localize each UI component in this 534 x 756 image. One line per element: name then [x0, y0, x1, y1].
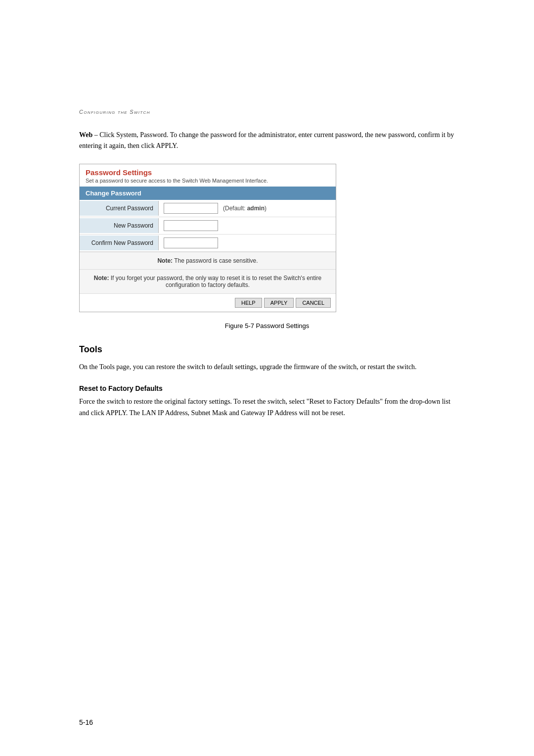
- change-password-header: Change Password: [80, 187, 336, 200]
- settings-box-header: Password Settings Set a password to secu…: [80, 164, 336, 187]
- new-password-input[interactable]: [164, 220, 218, 231]
- new-password-input-cell: [159, 217, 336, 234]
- tools-section-title: Tools: [79, 344, 455, 355]
- current-password-label: Current Password: [80, 201, 159, 216]
- confirm-password-input[interactable]: [164, 237, 218, 248]
- note1-text: The password is case sensitive.: [173, 257, 258, 264]
- intro-text: – Click System, Password. To change the …: [79, 131, 454, 149]
- confirm-password-input-cell: [159, 235, 336, 251]
- help-button[interactable]: HELP: [235, 298, 262, 308]
- tools-section: Tools On the Tools page, you can restore…: [79, 344, 455, 419]
- password-settings-box: Password Settings Set a password to secu…: [79, 164, 336, 312]
- reset-subsection-title: Reset to Factory Defaults: [79, 384, 455, 392]
- reset-subsection-body: Force the switch to restore the original…: [79, 396, 455, 419]
- button-row: HELP APPLY CANCEL: [80, 293, 336, 312]
- note2-label: Note:: [94, 275, 109, 282]
- note2-text: If you forget your password, the only wa…: [109, 275, 321, 288]
- current-password-input-cell: (Default: admin): [159, 200, 336, 217]
- current-password-hint: (Default: admin): [223, 205, 267, 212]
- reset-subsection: Reset to Factory Defaults Force the swit…: [79, 384, 455, 419]
- settings-box-title: Password Settings: [86, 168, 330, 177]
- figure-caption: Figure 5-7 Password Settings: [79, 322, 455, 330]
- apply-button[interactable]: APPLY: [264, 298, 294, 308]
- note1-label: Note:: [157, 257, 173, 264]
- confirm-password-row: Confirm New Password: [80, 235, 336, 252]
- new-password-row: New Password: [80, 217, 336, 235]
- new-password-label: New Password: [80, 218, 159, 233]
- settings-box-subtitle: Set a password to secure access to the S…: [86, 178, 330, 184]
- cancel-button[interactable]: CANCEL: [296, 298, 331, 308]
- intro-paragraph: Web – Click System, Password. To change …: [79, 130, 455, 152]
- page-header: Configuring the Switch: [79, 109, 455, 115]
- note2-row: Note: If you forget your password, the o…: [80, 269, 336, 293]
- intro-bold: Web: [79, 131, 92, 139]
- current-password-input[interactable]: [164, 203, 218, 214]
- note1-row: Note: The password is case sensitive.: [80, 252, 336, 269]
- tools-intro: On the Tools page, you can restore the s…: [79, 362, 455, 373]
- current-password-row: Current Password (Default: admin): [80, 200, 336, 217]
- confirm-password-label: Confirm New Password: [80, 236, 159, 250]
- page-number: 5-16: [79, 718, 93, 726]
